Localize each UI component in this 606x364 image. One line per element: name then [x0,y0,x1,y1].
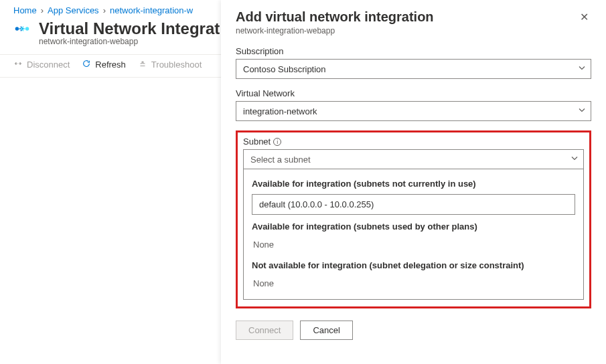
subnet-dropdown-list: Available for integration (subnets not c… [243,169,584,300]
svg-point-1 [25,27,29,30]
vnet-label: Virtual Network [236,88,591,98]
subnet-group-available: Available for integration (subnets not c… [252,179,575,189]
breadcrumb-app-services[interactable]: App Services [48,5,99,15]
cancel-button[interactable]: Cancel [300,321,352,340]
subnet-label-text: Subnet [243,136,271,147]
troubleshoot-label: Troubleshoot [151,60,202,70]
chevron-right-icon: › [41,5,44,15]
subnet-option-default[interactable]: default (10.0.0.0 - 10.0.0.255) [252,194,575,215]
disconnect-button: Disconnect [13,59,70,70]
panel-title: Add virtual network integration [236,9,434,25]
subnet-group-unavailable: Not available for integration (subnet de… [252,260,575,270]
refresh-label: Refresh [95,60,126,70]
panel-footer: Connect Cancel [236,321,591,340]
refresh-icon [82,59,91,70]
disconnect-icon [13,59,23,70]
breadcrumb-home[interactable]: Home [13,5,37,15]
vnet-select[interactable]: integration-network [236,101,591,121]
close-icon: ✕ [580,11,589,23]
subnet-select[interactable]: Select a subnet [243,149,584,169]
add-vnet-panel: Add virtual network integration network-… [221,0,606,364]
vnet-integration-icon [13,20,31,37]
info-icon[interactable]: i [273,138,281,146]
subnet-group2-none: None [252,237,575,256]
subnet-group3-none: None [252,276,575,295]
connect-button: Connect [236,321,293,340]
subscription-select[interactable]: Contoso Subscription [236,59,591,79]
subnet-section-highlight: Subnet i Select a subnet Available for i… [236,130,591,308]
subscription-label: Subscription [236,46,591,56]
subnet-group-other-plans: Available for integration (subnets used … [252,221,575,232]
troubleshoot-button: Troubleshoot [138,59,202,70]
close-button[interactable]: ✕ [577,9,591,25]
subnet-label: Subnet i [243,136,584,147]
subscription-value: Contoso Subscription [236,59,591,79]
vnet-value: integration-network [236,101,591,121]
panel-subtitle: network-integration-webapp [236,26,434,35]
chevron-right-icon: › [103,5,106,15]
page-title: Virtual Network Integrat [39,19,220,38]
disconnect-label: Disconnect [27,60,70,70]
breadcrumb-current[interactable]: network-integration-w [110,5,193,15]
svg-point-0 [15,27,19,30]
troubleshoot-icon [138,59,147,70]
refresh-button[interactable]: Refresh [82,59,126,70]
subnet-placeholder: Select a subnet [243,149,584,169]
